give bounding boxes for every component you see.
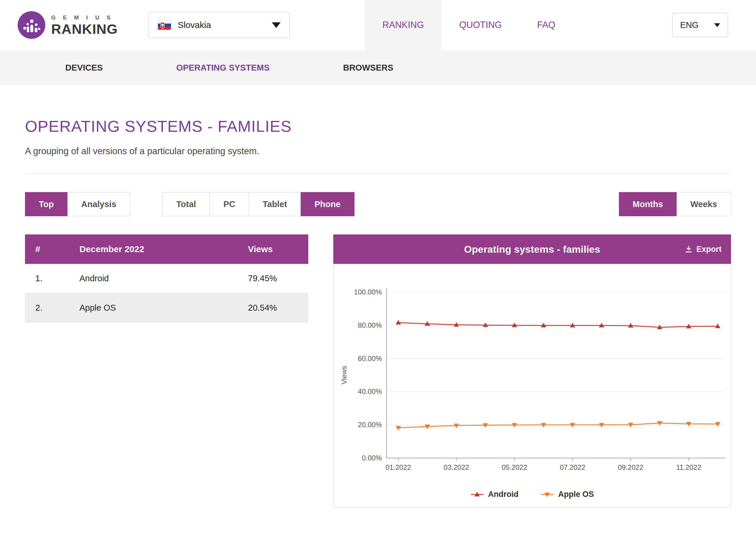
svg-text:07.2022: 07.2022 <box>560 463 585 471</box>
filter-bar: Top Analysis Total PC Tablet Phone Month… <box>25 192 731 216</box>
tablet-button[interactable]: Tablet <box>249 192 301 216</box>
table-row: 1. Android 79.45% <box>25 264 308 293</box>
nav-item-faq[interactable]: FAQ <box>519 0 573 50</box>
slovakia-flag-icon <box>158 20 171 30</box>
svg-text:80.00%: 80.00% <box>358 321 382 329</box>
legend-marker-icon <box>470 491 484 498</box>
weeks-button[interactable]: Weeks <box>677 192 731 216</box>
top-button[interactable]: Top <box>25 192 68 216</box>
device-toggle-group: Total PC Tablet Phone <box>162 192 354 216</box>
country-selector[interactable]: Slovakia <box>149 12 290 38</box>
secondary-nav: DEVICES OPERATING SYSTEMS BROWSERS <box>0 50 756 85</box>
svg-text:Views: Views <box>340 366 348 384</box>
chart-header: Operating systems - families Export <box>333 234 731 264</box>
chevron-down-icon <box>714 23 720 27</box>
export-label: Export <box>696 245 722 254</box>
chart-title: Operating systems - families <box>464 244 600 255</box>
logo-ranking-text: RANKING <box>51 22 118 36</box>
svg-text:100.00%: 100.00% <box>354 288 382 296</box>
subnav-item-operating-systems[interactable]: OPERATING SYSTEMS <box>176 63 269 73</box>
ranking-table: # December 2022 Views 1. Android 79.45% … <box>25 234 308 323</box>
divider <box>25 174 731 174</box>
svg-text:11.2022: 11.2022 <box>676 463 701 471</box>
chart-legend: Android Apple OS <box>334 490 731 499</box>
row-name: Android <box>68 274 248 283</box>
months-button[interactable]: Months <box>619 192 677 216</box>
svg-text:09.2022: 09.2022 <box>618 463 643 471</box>
svg-text:05.2022: 05.2022 <box>502 463 527 471</box>
analysis-button[interactable]: Analysis <box>67 192 130 216</box>
legend-item-android[interactable]: Android <box>470 490 518 499</box>
svg-text:60.00%: 60.00% <box>358 354 382 362</box>
legend-marker-icon <box>540 491 554 498</box>
chart-body: 0.00%20.00%40.00%60.00%80.00%100.00%01.2… <box>334 264 731 507</box>
logo-gemius-text: G E M I U S <box>51 14 118 21</box>
legend-label: Android <box>488 490 518 499</box>
svg-text:01.2022: 01.2022 <box>386 463 411 471</box>
table-header-views: Views <box>248 244 308 254</box>
nav-item-ranking[interactable]: RANKING <box>365 0 442 50</box>
gemius-logo-icon <box>18 11 45 39</box>
svg-text:03.2022: 03.2022 <box>444 463 469 471</box>
svg-text:20.00%: 20.00% <box>358 421 382 429</box>
language-selector[interactable]: ENG <box>672 13 728 37</box>
row-rank: 2. <box>25 303 68 313</box>
page-subtitle: A grouping of all versions of a particul… <box>25 146 731 157</box>
main-nav: RANKING QUOTING FAQ <box>365 0 573 50</box>
subnav-item-devices[interactable]: DEVICES <box>65 63 103 73</box>
view-toggle-group: Top Analysis <box>25 192 130 216</box>
row-rank: 1. <box>25 274 68 283</box>
line-chart: 0.00%20.00%40.00%60.00%80.00%100.00%01.2… <box>334 275 731 485</box>
download-icon <box>685 245 693 253</box>
table-header-rank: # <box>25 244 68 254</box>
row-name: Apple OS <box>68 303 248 313</box>
chart-panel: Operating systems - families Export 0.00… <box>333 234 731 507</box>
svg-text:0.00%: 0.00% <box>362 454 382 462</box>
legend-item-apple-os[interactable]: Apple OS <box>540 490 594 499</box>
logo-text: G E M I U S RANKING <box>51 14 118 36</box>
row-views: 79.45% <box>248 274 308 283</box>
chevron-down-icon <box>272 22 281 28</box>
legend-label: Apple OS <box>558 490 594 499</box>
phone-button[interactable]: Phone <box>301 192 354 216</box>
table-header-row: # December 2022 Views <box>25 234 308 264</box>
pc-button[interactable]: PC <box>209 192 249 216</box>
total-button[interactable]: Total <box>162 192 210 216</box>
nav-item-quoting[interactable]: QUOTING <box>442 0 519 50</box>
row-views: 20.54% <box>248 303 308 313</box>
country-selector-value: Slovakia <box>178 20 211 30</box>
table-and-chart-row: # December 2022 Views 1. Android 79.45% … <box>25 234 731 507</box>
period-toggle-group: Months Weeks <box>619 192 731 216</box>
gemius-logo[interactable]: G E M I U S RANKING <box>18 0 118 50</box>
table-header-month: December 2022 <box>68 244 248 254</box>
export-button[interactable]: Export <box>685 234 722 264</box>
page-title: OPERATING SYSTEMS - FAMILIES <box>25 117 731 135</box>
svg-text:40.00%: 40.00% <box>358 388 382 396</box>
main-content: OPERATING SYSTEMS - FAMILIES A grouping … <box>0 117 756 507</box>
subnav-item-browsers[interactable]: BROWSERS <box>343 63 393 73</box>
table-row: 2. Apple OS 20.54% <box>25 293 308 323</box>
language-selector-value: ENG <box>680 20 699 30</box>
top-header: G E M I U S RANKING Slovakia RANKING QUO… <box>0 0 756 50</box>
